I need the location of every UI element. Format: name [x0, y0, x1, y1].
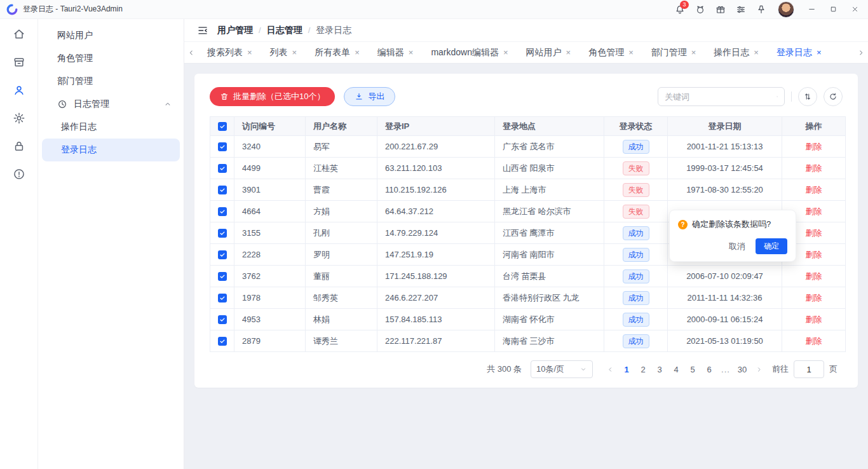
page-button-5[interactable]: 5 — [684, 360, 701, 378]
row-checkbox[interactable] — [218, 142, 227, 151]
delete-link[interactable]: 删除 — [806, 207, 822, 216]
batch-delete-button[interactable]: 批量删除（已选中10个） — [210, 87, 335, 106]
about-icon[interactable] — [8, 163, 31, 186]
tab-列表[interactable]: 列表× — [261, 42, 306, 63]
row-checkbox[interactable] — [218, 207, 227, 216]
row-checkbox[interactable] — [218, 229, 227, 238]
maximize-button[interactable] — [822, 0, 844, 19]
row-checkbox[interactable] — [218, 294, 227, 302]
keyword-search — [658, 87, 785, 106]
tab-编辑器[interactable]: 编辑器× — [369, 42, 423, 63]
row-checkbox[interactable] — [218, 164, 227, 173]
column-header[interactable]: 登录IP — [377, 117, 495, 136]
column-header[interactable]: 登录地点 — [495, 117, 604, 136]
row-checkbox[interactable] — [218, 315, 227, 324]
minimize-button[interactable] — [801, 0, 822, 19]
sidebar-item-operation-log[interactable]: 操作日志 — [42, 116, 180, 139]
prev-page-button[interactable] — [602, 360, 618, 378]
delete-link[interactable]: 删除 — [806, 185, 822, 194]
delete-link[interactable]: 删除 — [806, 315, 822, 324]
sidebar-item-website-users[interactable]: 网站用户 — [42, 24, 180, 47]
page-button-6[interactable]: 6 — [701, 360, 717, 378]
page-button-30[interactable]: 30 — [734, 360, 750, 378]
delete-link[interactable]: 删除 — [806, 163, 822, 173]
goto-page-input[interactable] — [794, 360, 824, 378]
theme-settings-icon[interactable] — [731, 0, 751, 19]
tab-close-icon[interactable]: × — [628, 48, 634, 57]
delete-link[interactable]: 删除 — [806, 293, 822, 302]
tab-登录日志[interactable]: 登录日志× — [768, 42, 831, 63]
page-ellipsis[interactable]: ... — [717, 360, 734, 378]
keyword-input[interactable] — [665, 92, 776, 102]
page-button-4[interactable]: 4 — [668, 360, 684, 378]
tab-close-icon[interactable]: × — [754, 48, 759, 57]
github-icon[interactable] — [690, 0, 710, 19]
row-checkbox[interactable] — [218, 337, 227, 346]
row-checkbox[interactable] — [218, 272, 227, 281]
select-all-checkbox[interactable] — [218, 122, 227, 131]
pin-icon[interactable] — [751, 0, 771, 19]
tab-所有表单[interactable]: 所有表单× — [306, 42, 369, 63]
tab-搜索列表[interactable]: 搜索列表× — [198, 42, 261, 63]
column-header[interactable]: 登录日期 — [668, 117, 782, 136]
tab-角色管理[interactable]: 角色管理× — [580, 42, 642, 63]
delete-link[interactable]: 删除 — [806, 142, 822, 151]
tab-label: 登录日志 — [776, 47, 812, 58]
tab-close-icon[interactable]: × — [409, 48, 414, 57]
row-checkbox[interactable] — [218, 186, 227, 194]
export-button[interactable]: 导出 — [344, 87, 395, 106]
sidebar-item-log-management[interactable]: 日志管理 — [42, 93, 180, 116]
breadcrumb-item[interactable]: 用户管理 — [217, 25, 253, 36]
column-header[interactable]: 访问编号 — [234, 117, 306, 136]
tab-close-icon[interactable]: × — [503, 48, 508, 57]
column-header[interactable]: 操作 — [782, 117, 846, 136]
next-page-button[interactable] — [750, 360, 767, 378]
confirm-button[interactable]: 确定 — [756, 238, 787, 254]
tabs-scroll-left-icon[interactable] — [184, 42, 198, 63]
home-icon[interactable] — [8, 23, 31, 46]
cell-login-location: 广东省 茂名市 — [495, 136, 604, 158]
row-checkbox[interactable] — [218, 250, 227, 259]
tab-close-icon[interactable]: × — [292, 48, 297, 57]
tab-close-icon[interactable]: × — [355, 48, 360, 57]
page-button-2[interactable]: 2 — [635, 360, 651, 378]
close-button[interactable] — [844, 0, 865, 19]
sidebar-item-login-log[interactable]: 登录日志 — [42, 139, 180, 161]
sidebar-item-role-management[interactable]: 角色管理 — [42, 47, 180, 70]
tab-部门管理[interactable]: 部门管理× — [642, 42, 705, 63]
cancel-button[interactable]: 取消 — [726, 239, 748, 254]
projects-icon[interactable] — [8, 51, 31, 74]
tab-markdown编辑器[interactable]: markdown编辑器× — [422, 42, 517, 63]
column-header[interactable]: 登录状态 — [604, 117, 668, 136]
breadcrumb-separator: / — [259, 25, 261, 35]
user-avatar[interactable] — [778, 1, 794, 18]
delete-link[interactable]: 删除 — [806, 336, 822, 346]
tab-close-icon[interactable]: × — [566, 48, 571, 57]
delete-link[interactable]: 删除 — [806, 250, 822, 259]
tab-操作日志[interactable]: 操作日志× — [705, 42, 768, 63]
tab-close-icon[interactable]: × — [691, 48, 696, 57]
breadcrumb: 用户管理 / 日志管理 / 登录日志 — [217, 25, 351, 36]
menu-fold-icon[interactable] — [197, 25, 208, 36]
sidebar-item-label: 网站用户 — [57, 30, 93, 41]
delete-link[interactable]: 删除 — [806, 228, 822, 238]
tab-close-icon[interactable]: × — [817, 48, 822, 57]
page-button-1[interactable]: 1 — [618, 360, 635, 378]
page-size-select[interactable]: 10条/页 — [531, 360, 593, 378]
column-header[interactable]: 用户名称 — [306, 117, 377, 136]
tabs-scroll-right-icon[interactable] — [854, 42, 868, 63]
gift-icon[interactable] — [710, 0, 731, 19]
tab-网站用户[interactable]: 网站用户× — [517, 42, 580, 63]
settings-icon[interactable] — [8, 107, 31, 130]
page-button-3[interactable]: 3 — [651, 360, 668, 378]
breadcrumb-item[interactable]: 日志管理 — [267, 25, 302, 36]
users-icon[interactable] — [8, 79, 31, 102]
delete-link[interactable]: 删除 — [806, 271, 822, 281]
tab-close-icon[interactable]: × — [247, 48, 252, 57]
sort-button[interactable] — [798, 87, 817, 106]
refresh-button[interactable] — [824, 87, 843, 106]
sidebar-item-department-management[interactable]: 部门管理 — [42, 70, 180, 93]
notifications-button[interactable]: 3 — [670, 0, 690, 19]
app-logo-icon — [6, 4, 18, 15]
lock-icon[interactable] — [8, 135, 31, 158]
